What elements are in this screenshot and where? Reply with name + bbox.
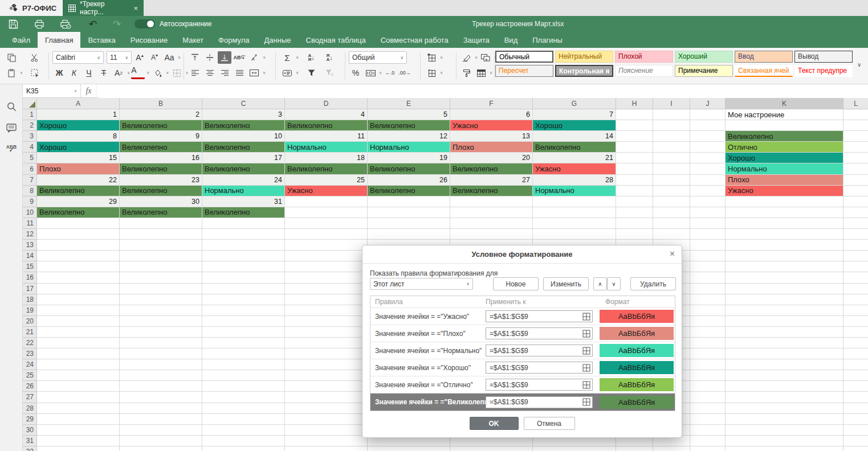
rule-format-preview[interactable]: AaBbБбЯя [600,361,674,374]
cell-D17[interactable] [285,284,368,294]
cell-L2[interactable] [843,120,868,131]
cell-A25[interactable] [37,370,120,381]
cell-K32[interactable] [726,446,843,451]
cell-B11[interactable] [120,218,202,229]
cell-C12[interactable] [202,229,285,240]
cell-H11[interactable] [616,218,653,229]
cell-D1[interactable]: 4 [285,109,368,120]
cell-A27[interactable] [37,392,120,403]
cell-K20[interactable] [726,316,843,327]
cell-K17[interactable] [726,284,843,294]
named-ranges-chevron[interactable]: ∨ [296,71,299,75]
clear-filter-button[interactable] [323,67,336,79]
cell-D11[interactable] [285,218,368,229]
cell-L16[interactable] [843,272,868,283]
cell-J7[interactable] [690,175,726,186]
cell-C28[interactable] [202,403,285,414]
select-button[interactable] [28,67,42,79]
cell-J2[interactable] [690,120,726,131]
cell-G12[interactable] [533,229,616,240]
cell-A29[interactable] [37,414,120,425]
menu-tab-защита[interactable]: Защита [456,32,497,48]
cell-I32[interactable] [653,446,690,451]
move-rule-down-button[interactable]: ∨ [607,277,621,290]
column-header-L[interactable]: L [843,98,868,109]
cell-J28[interactable] [690,403,726,414]
autosave-toggle[interactable] [135,19,155,28]
cell-L24[interactable] [843,359,868,370]
cell-C4[interactable]: Великолепно [202,142,285,153]
cell-J23[interactable] [690,348,726,359]
cell-style-chip[interactable]: Пересчет [495,65,553,77]
cell-I2[interactable] [653,120,690,131]
cell-F12[interactable] [450,229,533,240]
cell-B26[interactable] [120,381,202,392]
cell-style-chip[interactable]: Контрольная я [555,65,613,77]
row-header-29[interactable]: 29 [23,414,37,425]
menu-tab-данные[interactable]: Данные [257,32,299,48]
cell-C27[interactable] [202,392,285,403]
column-header-J[interactable]: J [690,98,726,109]
move-rule-up-button[interactable]: ∧ [593,277,607,290]
cell-A3[interactable]: 8 [37,131,120,142]
cell-K9[interactable] [726,196,843,207]
column-header-A[interactable]: A [37,98,120,109]
cell-J11[interactable] [690,218,726,229]
close-tab-icon[interactable]: × [133,4,138,13]
row-header-13[interactable]: 13 [23,240,37,251]
cell-L13[interactable] [843,240,868,251]
paste-menu-chevron[interactable]: ∨ [20,71,23,75]
search-icon[interactable] [0,99,23,114]
cell-B7[interactable]: 23 [120,175,202,186]
cell-B25[interactable] [120,370,202,381]
align-bottom-button[interactable] [218,51,231,64]
cell-A23[interactable] [37,348,120,359]
row-header-28[interactable]: 28 [23,403,37,414]
column-header-D[interactable]: D [285,98,368,109]
format-as-table-button[interactable] [474,67,488,79]
cell-B22[interactable] [120,338,202,348]
cell-A18[interactable] [37,294,120,305]
decrease-decimal-button[interactable]: ←.0 [383,67,397,79]
cell-J19[interactable] [690,305,726,316]
cell-D3[interactable]: 11 [285,131,368,142]
cell-style-chip[interactable]: Нейтральный [555,51,613,63]
cell-C30[interactable] [202,425,285,436]
insert-cells-button[interactable] [425,51,438,64]
row-header-9[interactable]: 9 [23,196,37,207]
cell-B23[interactable] [120,348,202,359]
cell-F8[interactable]: Великолепно [450,186,533,196]
cell-B19[interactable] [120,305,202,316]
cell-B20[interactable] [120,316,202,327]
cell-A14[interactable] [37,251,120,261]
cell-C1[interactable]: 3 [202,109,285,120]
cell-K28[interactable] [726,403,843,414]
cell-G10[interactable] [533,207,616,218]
cell-I11[interactable] [653,218,690,229]
merge-cells-button[interactable] [247,67,261,79]
cell-J16[interactable] [690,272,726,283]
cell-K22[interactable] [726,338,843,348]
cell-H10[interactable] [616,207,653,218]
sum-chevron[interactable]: ∨ [296,55,299,60]
cell-J9[interactable] [690,196,726,207]
cell-E11[interactable] [368,218,450,229]
cell-B3[interactable]: 9 [120,131,202,142]
cell-C19[interactable] [202,305,285,316]
cell-D32[interactable] [285,446,368,451]
menu-tab-плагины[interactable]: Плагины [525,32,570,48]
cell-C29[interactable] [202,414,285,425]
cell-E4[interactable]: Нормально [368,142,450,153]
cell-I6[interactable] [653,163,690,174]
cell-D10[interactable] [285,207,368,218]
font-name-select[interactable]: Calibri∨ [52,51,104,64]
cell-H2[interactable] [616,120,653,131]
name-box[interactable]: K35∨ [23,84,81,98]
print-button[interactable] [30,17,49,31]
cell-K19[interactable] [726,305,843,316]
cell-G9[interactable] [533,196,616,207]
row-header-8[interactable]: 8 [23,186,37,196]
cell-J13[interactable] [690,240,726,251]
cell-J8[interactable] [690,186,726,196]
cell-K23[interactable] [726,348,843,359]
